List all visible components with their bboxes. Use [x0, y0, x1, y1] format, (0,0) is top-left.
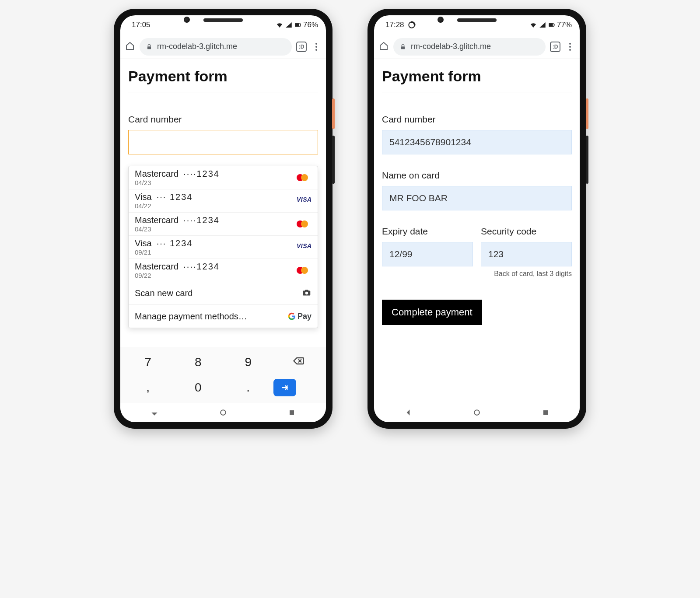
overflow-menu-icon[interactable]: [565, 43, 575, 51]
security-code-label: Security code: [481, 226, 572, 237]
url-text: rm-codelab-3.glitch.me: [157, 42, 237, 51]
cell-signal-icon: [539, 21, 546, 29]
scan-new-card[interactable]: Scan new card: [129, 282, 318, 305]
nav-back-icon[interactable]: [404, 408, 413, 417]
key-8[interactable]: 8: [173, 355, 224, 369]
security-code-hint: Back of card, last 3 digits: [481, 270, 572, 278]
svg-point-12: [474, 410, 480, 415]
overflow-menu-icon[interactable]: [311, 43, 322, 51]
manage-payment-methods[interactable]: Manage payment methods… Pay: [129, 305, 318, 328]
page-title: Payment form: [128, 68, 318, 92]
svg-rect-11: [401, 46, 405, 49]
page-title: Payment form: [382, 68, 572, 92]
autofill-card-option[interactable]: Mastercard ····1234 09/22: [129, 259, 318, 282]
mastercard-icon: [297, 266, 312, 275]
visa-icon: VISA: [297, 196, 312, 206]
key-9[interactable]: 9: [223, 355, 273, 369]
android-nav-bar: [374, 403, 580, 422]
volume-button: [332, 136, 335, 184]
clock: 17:05: [132, 21, 150, 29]
phone-mock-left: 17:05 76% rm-codelab-3.glitch.me :D: [114, 9, 332, 429]
url-text: rm-codelab-3.glitch.me: [411, 42, 491, 51]
volume-button: [586, 136, 588, 184]
android-nav-bar: [120, 403, 326, 422]
card-number-input[interactable]: [128, 130, 318, 154]
phone-mock-right: 17:28 77% rm-codelab-3.glitch.me: [368, 9, 586, 429]
nav-back-icon[interactable]: [150, 408, 159, 417]
svg-rect-2: [300, 24, 301, 26]
tab-switcher[interactable]: :D: [296, 42, 307, 52]
visa-icon: VISA: [297, 242, 312, 252]
svg-rect-9: [549, 23, 553, 27]
autofill-card-option[interactable]: Visa ··· 1234 09/21 VISA: [129, 236, 318, 259]
svg-rect-13: [543, 410, 548, 415]
svg-rect-1: [295, 23, 299, 27]
url-bar[interactable]: rm-codelab-3.glitch.me: [140, 38, 292, 56]
key-7[interactable]: 7: [123, 355, 173, 369]
wifi-icon: [276, 21, 284, 29]
svg-point-5: [220, 410, 226, 415]
battery-icon: [294, 21, 302, 29]
nav-home-icon[interactable]: [472, 408, 481, 417]
battery-icon: [548, 21, 556, 29]
nav-recent-icon[interactable]: [541, 408, 550, 417]
clock: 17:28: [385, 21, 404, 29]
autofill-dropdown: Mastercard ····1234 04/23 Visa ··· 1234 …: [128, 166, 318, 328]
complete-payment-button[interactable]: Complete payment: [382, 300, 482, 325]
wifi-icon: [529, 21, 537, 29]
power-button: [586, 98, 588, 129]
key-0[interactable]: 0: [173, 381, 224, 395]
name-on-card-input[interactable]: [382, 186, 572, 210]
lock-icon: [146, 43, 153, 50]
battery-percent: 76%: [303, 21, 318, 29]
svg-rect-10: [554, 24, 555, 26]
battery-percent: 77%: [557, 21, 572, 29]
card-number-label: Card number: [382, 114, 572, 125]
card-number-input[interactable]: [382, 130, 572, 154]
svg-rect-6: [290, 410, 294, 415]
google-pay-icon: Pay: [287, 312, 312, 321]
svg-point-4: [305, 291, 308, 294]
autofill-card-option[interactable]: Visa ··· 1234 04/22 VISA: [129, 189, 318, 213]
speaker-grille: [203, 18, 243, 22]
autofill-card-option[interactable]: Mastercard ····1234 04/23: [129, 213, 318, 236]
camera-icon: [302, 288, 312, 299]
autofill-card-option[interactable]: Mastercard ····1234 04/23: [129, 166, 318, 189]
svg-rect-3: [147, 46, 151, 49]
home-icon[interactable]: [125, 41, 135, 53]
tab-switcher[interactable]: :D: [550, 42, 560, 52]
url-bar[interactable]: rm-codelab-3.glitch.me: [393, 38, 546, 56]
power-button: [332, 98, 335, 129]
browser-toolbar: rm-codelab-3.glitch.me :D: [120, 35, 326, 59]
front-camera: [184, 17, 190, 23]
front-camera: [438, 17, 444, 23]
nav-home-icon[interactable]: [219, 408, 228, 417]
enter-key[interactable]: [273, 379, 324, 396]
cell-signal-icon: [285, 21, 293, 29]
home-icon[interactable]: [378, 41, 389, 53]
lock-icon: [399, 43, 406, 50]
backspace-key[interactable]: [273, 355, 324, 370]
card-number-label: Card number: [128, 114, 318, 125]
key-period[interactable]: .: [223, 381, 273, 395]
nav-recent-icon[interactable]: [287, 408, 296, 417]
expiry-input[interactable]: [382, 242, 473, 266]
mastercard-icon: [297, 219, 312, 229]
data-saver-icon: [408, 21, 416, 29]
mastercard-icon: [297, 173, 312, 182]
name-on-card-label: Name on card: [382, 170, 572, 181]
browser-toolbar: rm-codelab-3.glitch.me :D: [374, 35, 580, 59]
speaker-grille: [457, 18, 497, 22]
numeric-keyboard: 7 8 9 , 0 .: [120, 347, 326, 403]
expiry-label: Expiry date: [382, 226, 473, 237]
security-code-input[interactable]: [481, 242, 572, 266]
key-comma[interactable]: ,: [123, 381, 173, 395]
